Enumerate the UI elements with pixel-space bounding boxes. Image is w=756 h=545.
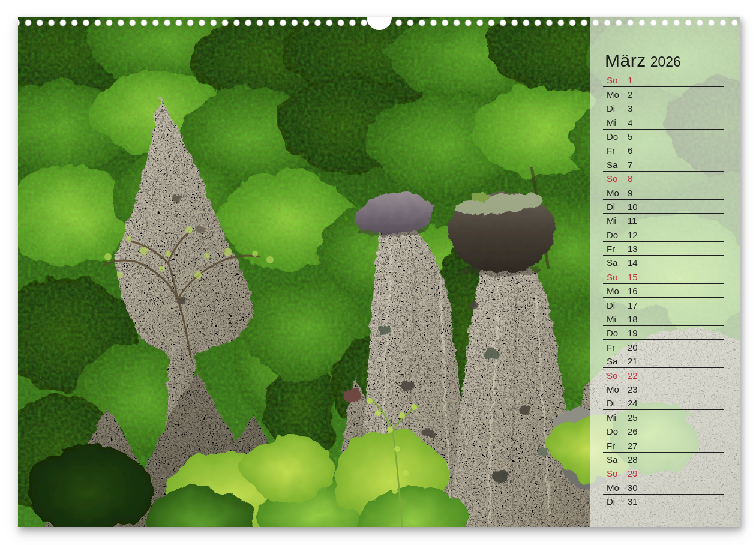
weekday-label: Mi <box>607 315 623 324</box>
day-row: So 15 <box>603 269 724 283</box>
day-number: 13 <box>628 244 638 253</box>
day-row: Fr 13 <box>603 242 724 256</box>
day-number: 29 <box>628 469 638 478</box>
weekday-label: Do <box>607 230 623 239</box>
day-number: 10 <box>628 202 638 211</box>
calendar-preview: März2026 So 1 Mo 2 Di 3 Mi <box>0 0 756 545</box>
weekday-label: Fr <box>607 441 623 450</box>
day-number: 8 <box>628 174 632 183</box>
weekday-label: Do <box>607 328 623 337</box>
day-row: Mi 11 <box>603 214 724 227</box>
day-row: Di 17 <box>603 298 724 312</box>
day-row: Di 24 <box>603 396 724 410</box>
weekday-label: Sa <box>607 160 623 169</box>
day-row: So 29 <box>603 466 724 480</box>
day-number: 17 <box>628 301 638 310</box>
day-row: Do 12 <box>603 227 724 241</box>
day-row: Sa 28 <box>603 453 724 466</box>
weekday-label: Di <box>607 104 623 113</box>
weekday-label: Di <box>607 497 623 506</box>
weekday-label: So <box>607 76 623 85</box>
weekday-label: Di <box>607 399 623 408</box>
day-number: 9 <box>628 188 632 197</box>
weekday-label: Do <box>607 132 623 141</box>
day-row: Di 3 <box>603 101 724 115</box>
binding-holes <box>18 17 740 48</box>
day-row: So 1 <box>603 73 724 87</box>
day-row: Mo 30 <box>603 480 724 494</box>
day-row: Fr 6 <box>603 143 724 157</box>
date-panel: März2026 So 1 Mo 2 Di 3 Mi <box>590 17 740 527</box>
small-red-rock <box>341 387 359 400</box>
weekday-label: So <box>607 272 623 282</box>
day-number: 21 <box>628 357 638 366</box>
weekday-label: Fr <box>607 146 623 155</box>
day-number: 18 <box>628 315 638 324</box>
day-row: Mi 25 <box>603 410 724 424</box>
day-number: 6 <box>628 146 632 155</box>
weekday-label: Mi <box>607 413 623 422</box>
day-number: 31 <box>628 497 638 506</box>
day-row: Sa 21 <box>603 354 724 368</box>
day-row: Mi 4 <box>603 115 724 129</box>
weekday-label: Mo <box>607 483 623 492</box>
weekday-label: So <box>607 469 623 478</box>
weekday-label: Fr <box>607 244 623 253</box>
day-number: 26 <box>628 427 638 436</box>
day-number: 11 <box>628 216 637 225</box>
day-number: 7 <box>628 160 632 169</box>
weekday-label: Mo <box>607 385 623 394</box>
day-number: 19 <box>628 328 638 337</box>
day-row: Fr 20 <box>603 340 724 354</box>
weekday-label: Sa <box>607 357 623 366</box>
day-row: So 8 <box>603 172 724 185</box>
day-number: 28 <box>628 455 638 464</box>
day-number: 15 <box>628 272 638 282</box>
day-number: 5 <box>628 132 632 141</box>
day-row: Di 31 <box>603 495 724 508</box>
weekday-label: Fr <box>607 343 623 352</box>
calendar-sheet: März2026 So 1 Mo 2 Di 3 Mi <box>18 17 740 527</box>
day-row: Mo 9 <box>603 185 724 199</box>
day-row: Sa 14 <box>603 256 724 269</box>
day-number: 20 <box>628 343 638 352</box>
day-number: 27 <box>628 441 638 450</box>
weekday-label: Mo <box>607 188 623 197</box>
weekday-label: Mo <box>607 90 623 99</box>
day-row: Mi 18 <box>603 312 724 326</box>
day-rows: So 1 Mo 2 Di 3 Mi 4 <box>603 73 724 508</box>
day-number: 2 <box>628 90 632 99</box>
day-number: 22 <box>628 371 638 380</box>
day-row: Di 10 <box>603 200 724 214</box>
day-number: 30 <box>628 483 638 492</box>
weekday-label: Sa <box>607 258 623 267</box>
weekday-label: Mi <box>607 216 623 225</box>
day-row: Do 19 <box>603 326 724 340</box>
day-row: Do 26 <box>603 424 724 438</box>
day-number: 16 <box>628 286 638 295</box>
weekday-label: So <box>607 371 623 380</box>
day-number: 14 <box>628 258 638 267</box>
day-number: 4 <box>628 118 632 127</box>
day-number: 12 <box>628 230 638 239</box>
month-name: März <box>605 50 646 70</box>
day-row: Do 5 <box>603 130 724 143</box>
day-number: 25 <box>628 413 638 422</box>
day-row: Fr 27 <box>603 438 724 452</box>
day-row: So 22 <box>603 368 724 382</box>
day-number: 24 <box>628 399 638 408</box>
day-row: Mo 2 <box>603 87 724 101</box>
weekday-label: Di <box>607 301 623 310</box>
day-row: Sa 7 <box>603 157 724 171</box>
weekday-label: Di <box>607 202 623 211</box>
weekday-label: So <box>607 174 623 183</box>
weekday-label: Mo <box>607 286 623 295</box>
month-title: März2026 <box>605 50 681 71</box>
day-number: 1 <box>628 76 632 85</box>
year-label: 2026 <box>650 54 681 70</box>
day-number: 23 <box>628 385 638 394</box>
day-row: Mo 23 <box>603 382 724 396</box>
day-number: 3 <box>628 104 632 113</box>
day-row: Mo 16 <box>603 284 724 298</box>
weekday-label: Mi <box>607 118 623 127</box>
